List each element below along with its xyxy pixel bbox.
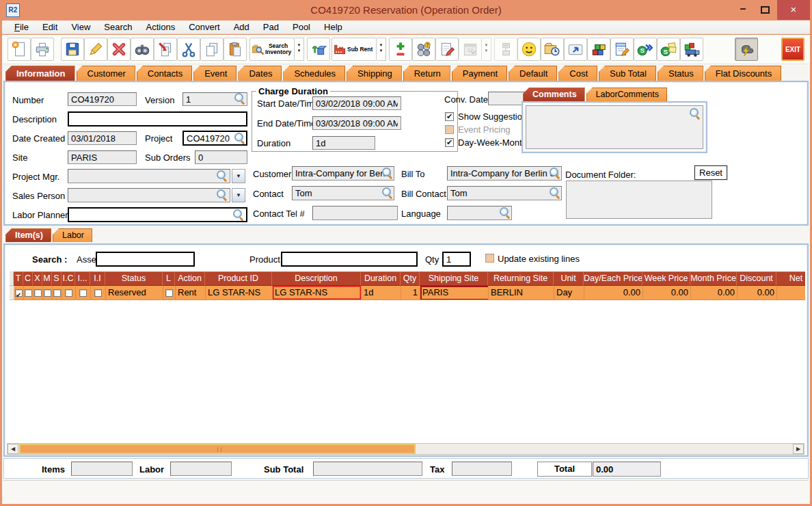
project-search-icon[interactable] [234, 133, 245, 144]
cell-week-price[interactable]: 0.00 [643, 286, 691, 300]
cell-description[interactable]: LG STAR-NS [273, 286, 362, 300]
sales-person-dropdown[interactable]: ▼ [232, 188, 245, 202]
cell-qty[interactable]: 1 [401, 286, 420, 300]
x-checkbox[interactable] [34, 289, 42, 297]
col-x[interactable]: X [33, 271, 42, 286]
quick-quote-button[interactable]: S [657, 38, 680, 61]
cell-unit[interactable]: Day [554, 286, 584, 300]
scrollbar-thumb[interactable] [19, 444, 416, 454]
tab-shipping[interactable]: Shipping [347, 66, 402, 81]
search-inventory-dropdown[interactable]: ▼▼ [295, 38, 304, 61]
document-folder-box[interactable] [566, 181, 712, 219]
col-net-each[interactable]: Net Each [776, 271, 805, 286]
menu-item-edit[interactable]: Edit [36, 22, 64, 32]
cell-action[interactable]: Rent [176, 286, 206, 300]
col-idots[interactable]: I... [75, 271, 90, 286]
menu-item-view[interactable]: View [64, 22, 97, 32]
tab-cost[interactable]: Cost [558, 66, 597, 81]
col-product-id[interactable]: Product ID [205, 271, 272, 286]
tab-schedules[interactable]: Schedules [283, 66, 345, 81]
col-description[interactable]: Description [272, 271, 361, 286]
col-action[interactable]: Action [175, 271, 205, 286]
description-field[interactable] [68, 111, 247, 126]
paste-button[interactable] [224, 38, 247, 61]
tab-return[interactable]: Return [403, 66, 450, 81]
t-checkbox[interactable] [15, 289, 23, 297]
cell-month-price[interactable]: 0.00 [691, 286, 737, 300]
language-search-icon[interactable] [500, 207, 511, 218]
product-input[interactable] [281, 252, 418, 267]
shortcut-key-button[interactable] [564, 38, 587, 61]
col-m[interactable]: M [42, 271, 52, 286]
scroll-right-arrow[interactable]: ▶ [793, 444, 804, 454]
tab-labor-comments[interactable]: LaborComments [586, 88, 667, 101]
project-mgr-search-icon[interactable] [217, 170, 228, 181]
m-checkbox[interactable] [44, 289, 51, 297]
add-remove-button[interactable] [389, 38, 412, 61]
contact-search-icon[interactable] [382, 187, 393, 198]
contact-field[interactable] [292, 186, 394, 200]
labor-planner-search-icon[interactable] [233, 209, 244, 220]
bill-to-search-icon[interactable] [550, 168, 560, 178]
cell-m[interactable] [43, 286, 53, 300]
menu-item-pool[interactable]: Pool [286, 22, 317, 32]
cell-returning-site[interactable]: BERLIN [489, 286, 554, 300]
idots-checkbox[interactable] [79, 289, 87, 297]
edit-button[interactable] [84, 38, 107, 61]
version-search-icon[interactable] [234, 93, 245, 104]
cut-button[interactable] [177, 38, 200, 61]
kit-group-button[interactable]: ? [412, 38, 435, 61]
cell-status[interactable]: Reserved [106, 286, 163, 300]
bill-contact-search-icon[interactable] [550, 187, 560, 198]
print-button[interactable] [31, 38, 54, 61]
tab-status[interactable]: Status [658, 66, 703, 81]
copy-button[interactable] [200, 38, 224, 61]
menu-item-search[interactable]: Search [97, 22, 139, 32]
tab-information[interactable]: Information [5, 66, 75, 81]
col-duration[interactable]: Duration [361, 271, 401, 286]
cell-ii[interactable] [91, 286, 106, 300]
customer-search-icon[interactable] [382, 168, 393, 178]
tab-default[interactable]: Default [509, 66, 557, 81]
tab-sub-total[interactable]: Sub Total [599, 66, 656, 81]
tab-labor[interactable]: Labor [53, 228, 92, 242]
menu-item-file[interactable]: File [8, 22, 36, 32]
cell-x[interactable] [33, 286, 43, 300]
delete-button[interactable] [107, 38, 131, 61]
project-mgr-dropdown[interactable]: ▼ [232, 169, 245, 183]
col-returning-site[interactable]: Returning Site [488, 271, 554, 286]
quick-invoice-button[interactable]: S [634, 38, 657, 61]
cell-idots[interactable] [76, 286, 91, 300]
cell-day-each-price[interactable]: 0.00 [584, 286, 643, 300]
tab-contacts[interactable]: Contacts [137, 66, 192, 81]
menu-item-convert[interactable]: Convert [182, 22, 227, 32]
comments-textarea[interactable] [526, 105, 703, 149]
new-button[interactable] [8, 38, 31, 61]
reset-button[interactable]: Reset [694, 165, 727, 180]
col-day-each-price[interactable]: Day/Each Price [584, 271, 642, 286]
s-checkbox[interactable] [53, 289, 61, 297]
scroll-left-arrow[interactable]: ◀ [8, 444, 18, 454]
col-discount[interactable]: Discount [737, 271, 776, 286]
minimize-button[interactable]: – [733, 0, 753, 20]
search-inventory-button[interactable]: Search Inventory [249, 38, 295, 61]
update-existing-lines-checkbox[interactable] [485, 254, 494, 263]
sales-person-field[interactable] [68, 188, 230, 202]
save-button[interactable] [61, 38, 84, 61]
item-row[interactable]: Reserved Rent LG STAR-NS LG STAR-NS 1d 1… [10, 286, 805, 300]
comments-search-icon[interactable] [690, 108, 701, 119]
col-t[interactable]: T [14, 271, 23, 286]
find-button[interactable] [131, 38, 154, 61]
cell-c[interactable] [24, 286, 33, 300]
c-checkbox[interactable] [25, 289, 32, 297]
menu-item-actions[interactable]: Actions [139, 22, 182, 32]
maximize-button[interactable] [755, 0, 775, 20]
transfer-truck-button[interactable] [680, 38, 703, 61]
convert-product-button[interactable] [307, 38, 330, 61]
tab-flat-discounts[interactable]: Flat Discounts [705, 66, 781, 81]
col-s[interactable]: S [52, 271, 62, 286]
cell-net-each[interactable]: 0.00 [777, 286, 805, 300]
exit-button[interactable]: EXIT [781, 38, 804, 61]
tab-comments[interactable]: Comments [523, 88, 585, 101]
col-c[interactable]: C [23, 271, 33, 286]
